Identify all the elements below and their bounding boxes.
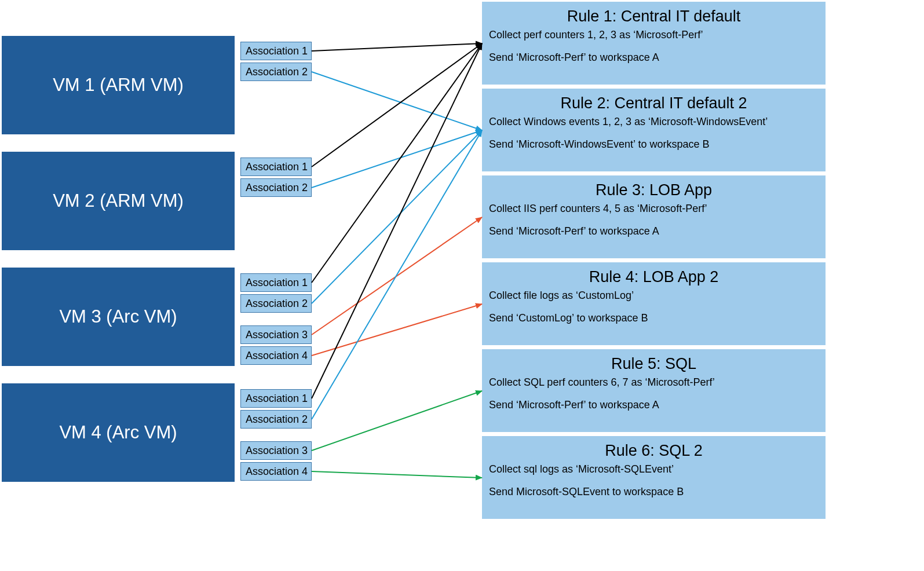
- rule-title: Rule 5: SQL: [489, 355, 819, 373]
- rule-send-line: Send Microsoft-SQLEvent to workspace B: [489, 486, 819, 498]
- assoc-vm4-3: Association 3: [240, 441, 312, 460]
- rule-collect-line: Collect perf counters 1, 2, 3 as ‘Micros…: [489, 29, 819, 41]
- rule-box-3: Rule 3: LOB App Collect IIS perf counter…: [482, 175, 826, 258]
- assoc-label: Association 1: [246, 393, 308, 405]
- assoc-label: Association 4: [246, 466, 308, 478]
- assoc-label: Association 2: [246, 182, 308, 194]
- rule-box-1: Rule 1: Central IT default Collect perf …: [482, 2, 826, 85]
- connection-arrow: [312, 130, 482, 188]
- rule-collect-line: Collect sql logs as ‘Microsoft-SQLEvent’: [489, 463, 819, 475]
- rule-title: Rule 4: LOB App 2: [489, 268, 819, 286]
- rule-collect-line: Collect IIS perf counters 4, 5 as ‘Micro…: [489, 203, 819, 215]
- assoc-vm2-2: Association 2: [240, 178, 312, 197]
- assoc-vm1-2: Association 2: [240, 63, 312, 81]
- assoc-vm4-2: Association 2: [240, 410, 312, 429]
- connection-arrow: [312, 471, 482, 478]
- rule-box-4: Rule 4: LOB App 2 Collect file logs as ‘…: [482, 262, 826, 345]
- vm-label: VM 1 (ARM VM): [53, 75, 184, 96]
- rule-title: Rule 3: LOB App: [489, 181, 819, 199]
- assoc-vm1-1: Association 1: [240, 42, 312, 60]
- vm-label: VM 3 (Arc VM): [59, 306, 177, 327]
- vm-box-3: VM 3 (Arc VM): [2, 268, 235, 366]
- rule-collect-line: Collect Windows events 1, 2, 3 as ‘Micro…: [489, 116, 819, 128]
- assoc-vm4-1: Association 1: [240, 389, 312, 408]
- assoc-label: Association 1: [246, 161, 308, 173]
- assoc-label: Association 3: [246, 329, 308, 341]
- connection-arrow: [312, 391, 482, 451]
- connection-arrow: [312, 304, 482, 356]
- connection-arrow: [312, 43, 482, 283]
- rule-send-line: Send ‘Microsoft-Perf’ to workspace A: [489, 399, 819, 411]
- connection-arrow: [312, 130, 482, 303]
- rule-box-6: Rule 6: SQL 2 Collect sql logs as ‘Micro…: [482, 436, 826, 519]
- connection-arrow: [312, 72, 482, 130]
- vm-box-2: VM 2 (ARM VM): [2, 152, 235, 250]
- assoc-vm4-4: Association 4: [240, 462, 312, 481]
- rule-title: Rule 6: SQL 2: [489, 442, 819, 460]
- rule-send-line: Send ‘Microsoft-Perf’ to workspace A: [489, 225, 819, 237]
- rule-box-5: Rule 5: SQL Collect SQL perf counters 6,…: [482, 349, 826, 432]
- vm-label: VM 4 (Arc VM): [59, 422, 177, 443]
- assoc-label: Association 1: [246, 277, 308, 289]
- rule-title: Rule 2: Central IT default 2: [489, 94, 819, 112]
- rule-box-2: Rule 2: Central IT default 2 Collect Win…: [482, 89, 826, 171]
- connection-arrow: [312, 43, 482, 51]
- assoc-vm2-1: Association 1: [240, 158, 312, 176]
- assoc-vm3-2: Association 2: [240, 294, 312, 313]
- assoc-label: Association 1: [246, 45, 308, 57]
- vm-label: VM 2 (ARM VM): [53, 191, 184, 211]
- assoc-vm3-1: Association 1: [240, 273, 312, 292]
- rule-send-line: Send ‘CustomLog’ to workspace B: [489, 312, 819, 324]
- assoc-label: Association 2: [246, 66, 308, 78]
- connection-arrow: [312, 130, 482, 419]
- vm-box-4: VM 4 (Arc VM): [2, 383, 235, 482]
- rule-send-line: Send ‘Microsoft-WindowsEvent’ to workspa…: [489, 138, 819, 151]
- assoc-vm3-4: Association 4: [240, 346, 312, 365]
- assoc-label: Association 2: [246, 298, 308, 310]
- connection-arrow: [312, 43, 482, 398]
- assoc-label: Association 3: [246, 445, 308, 457]
- assoc-label: Association 4: [246, 350, 308, 362]
- connection-arrow: [312, 217, 482, 335]
- assoc-label: Association 2: [246, 413, 308, 426]
- rule-collect-line: Collect SQL perf counters 6, 7 as ‘Micro…: [489, 376, 819, 389]
- rule-title: Rule 1: Central IT default: [489, 8, 819, 25]
- rule-send-line: Send ‘Microsoft-Perf’ to workspace A: [489, 52, 819, 64]
- rule-collect-line: Collect file logs as ‘CustomLog’: [489, 290, 819, 302]
- connection-arrow: [312, 43, 482, 167]
- assoc-vm3-3: Association 3: [240, 325, 312, 344]
- vm-box-1: VM 1 (ARM VM): [2, 36, 235, 134]
